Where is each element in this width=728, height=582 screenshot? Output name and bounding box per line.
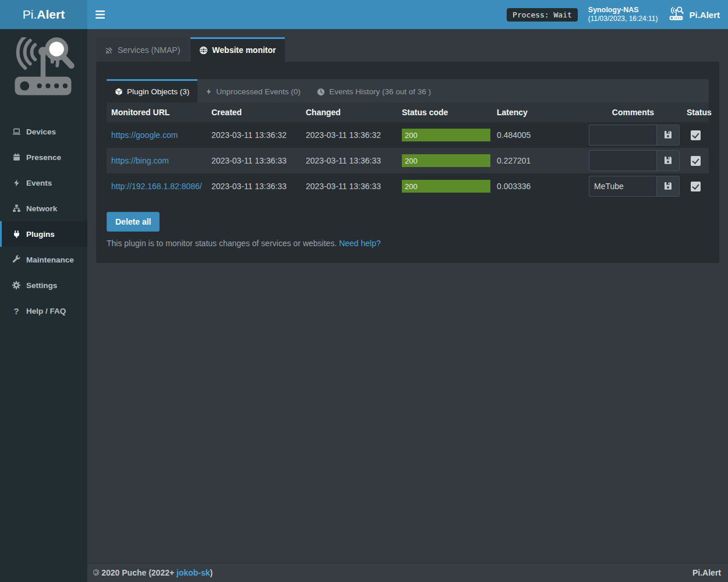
sidebar: Devices Presence Events Network Plugins bbox=[0, 29, 87, 582]
sidebar-item-label: Plugins bbox=[26, 230, 55, 239]
router-scan-icon bbox=[668, 6, 684, 23]
monitored-urls-table: Monitored URL Created Changed Status cod… bbox=[107, 102, 709, 199]
footer-app-label: Pi.Alert bbox=[692, 568, 721, 577]
save-comment-button[interactable] bbox=[656, 125, 680, 146]
navbar-right: Process: Wait Synology-NAS (11/03/2023, … bbox=[507, 0, 728, 29]
monitored-url-link[interactable]: https://bing.com bbox=[111, 156, 169, 165]
delete-all-button[interactable]: Delete all bbox=[107, 212, 160, 232]
header-status: Status bbox=[682, 102, 709, 122]
save-icon bbox=[663, 181, 673, 192]
tab-events-history[interactable]: Events History (36 out of 36 ) bbox=[309, 79, 439, 102]
comment-input-group bbox=[589, 150, 680, 171]
header-changed: Changed bbox=[301, 102, 397, 122]
tab-services-nmap[interactable]: Services (NMAP) bbox=[96, 37, 189, 62]
host-timestamp: (11/03/2023, 16:24:11) bbox=[588, 15, 658, 24]
sidebar-item-plugins[interactable]: Plugins bbox=[0, 221, 87, 247]
status-code-bar: 200 bbox=[402, 154, 490, 167]
sidebar-item-label: Network bbox=[26, 204, 57, 213]
header-latency: Latency bbox=[492, 102, 584, 122]
created-cell: 2023-03-11 13:36:33 bbox=[207, 173, 301, 199]
comment-input[interactable] bbox=[589, 125, 656, 146]
tab-plugin-objects[interactable]: Plugin Objects (3) bbox=[107, 79, 197, 102]
sidebar-item-label: Settings bbox=[26, 281, 57, 290]
globe-icon bbox=[199, 46, 208, 55]
sidebar-item-label: Devices bbox=[26, 127, 56, 136]
created-cell: 2023-03-11 13:36:32 bbox=[207, 122, 301, 148]
tab-label: Website monitor bbox=[212, 45, 275, 55]
jokob-sk-link[interactable]: jokob-sk bbox=[176, 568, 210, 577]
latency-cell: 0.227201 bbox=[492, 148, 584, 173]
comment-input[interactable] bbox=[589, 176, 656, 197]
table-row: https://google.com 2023-03-11 13:36:32 2… bbox=[107, 122, 709, 148]
host-name: Synology-NAS bbox=[588, 5, 658, 15]
monitored-url-link[interactable]: https://google.com bbox=[111, 130, 178, 140]
footer-text-close: ) bbox=[210, 568, 213, 577]
cube-icon bbox=[115, 87, 123, 96]
sidebar-item-label: Presence bbox=[26, 153, 61, 162]
description-text: This plugin is to monitor status changes… bbox=[107, 239, 339, 248]
host-info: Synology-NAS (11/03/2023, 16:24:11) bbox=[588, 5, 658, 24]
header-comments: Comments bbox=[584, 102, 682, 122]
changed-cell: 2023-03-11 13:36:33 bbox=[301, 148, 397, 173]
sidebar-brand[interactable]: Pi.Alert bbox=[0, 0, 87, 29]
status-code-bar: 200 bbox=[402, 129, 490, 141]
save-comment-button[interactable] bbox=[656, 176, 680, 197]
comment-input-group bbox=[589, 176, 680, 197]
sidebar-item-network[interactable]: Network bbox=[0, 196, 87, 221]
footer: © 2020 Puche (2022+ jokob-sk) Pi.Alert bbox=[87, 563, 728, 582]
satellite-icon bbox=[105, 46, 114, 55]
sitemap-icon bbox=[10, 204, 22, 213]
plugin-tabs: Services (NMAP) Website monitor bbox=[96, 37, 719, 62]
save-comment-button[interactable] bbox=[656, 150, 680, 171]
brand-prefix: Pi. bbox=[23, 8, 37, 22]
sidebar-item-events[interactable]: Events bbox=[0, 170, 87, 196]
tab-label: Plugin Objects (3) bbox=[127, 87, 189, 96]
table-header-row: Monitored URL Created Changed Status cod… bbox=[107, 102, 709, 122]
plug-icon bbox=[10, 229, 22, 239]
navbar-app-link[interactable]: Pi.Alert bbox=[668, 6, 720, 23]
table-row: https://bing.com 2023-03-11 13:36:33 202… bbox=[107, 148, 709, 173]
save-icon bbox=[663, 155, 673, 166]
laptop-icon bbox=[10, 127, 22, 136]
question-icon: ? bbox=[10, 306, 22, 316]
bolt-icon bbox=[206, 87, 212, 96]
comment-input[interactable] bbox=[589, 150, 656, 171]
header-monitored-url: Monitored URL bbox=[107, 102, 207, 122]
plugin-description: This plugin is to monitor status changes… bbox=[107, 239, 709, 248]
tab-label: Unprocessed Events (0) bbox=[216, 87, 301, 96]
need-help-link[interactable]: Need help? bbox=[339, 239, 381, 248]
latency-cell: 0.003336 bbox=[492, 173, 584, 199]
sidebar-toggle-button[interactable] bbox=[87, 0, 113, 29]
save-icon bbox=[663, 130, 673, 141]
content-wrapper: Plugins ? Services (NMAP) Website monito… bbox=[87, 0, 728, 534]
navbar-app-label: Pi.Alert bbox=[689, 10, 720, 20]
footer-copyright: © 2020 Puche (2022+ jokob-sk) bbox=[93, 568, 213, 577]
footer-text: 2020 Puche (2022+ bbox=[99, 568, 176, 577]
latency-cell: 0.484005 bbox=[492, 122, 584, 148]
header-created: Created bbox=[207, 102, 301, 122]
sidebar-item-presence[interactable]: Presence bbox=[0, 144, 87, 170]
sidebar-item-settings[interactable]: Settings bbox=[0, 272, 87, 298]
status-checkbox[interactable] bbox=[691, 182, 701, 191]
copyleft-symbol: © bbox=[93, 568, 99, 577]
sidebar-item-label: Maintenance bbox=[26, 255, 74, 264]
status-checkbox[interactable] bbox=[691, 130, 701, 140]
hamburger-icon bbox=[96, 10, 105, 19]
monitored-url-link[interactable]: http://192.168.1.82:8086/ bbox=[111, 182, 202, 191]
tab-label: Services (NMAP) bbox=[118, 45, 180, 55]
bolt-icon bbox=[10, 178, 22, 188]
tab-website-monitor[interactable]: Website monitor bbox=[190, 37, 284, 62]
sidebar-item-devices[interactable]: Devices bbox=[0, 119, 87, 144]
sidebar-item-help[interactable]: ? Help / FAQ bbox=[0, 298, 87, 324]
object-tabs: Plugin Objects (3) Unprocessed Events (0… bbox=[107, 79, 709, 102]
sidebar-item-maintenance[interactable]: Maintenance bbox=[0, 247, 87, 272]
status-checkbox[interactable] bbox=[691, 156, 701, 166]
changed-cell: 2023-03-11 13:36:33 bbox=[301, 173, 397, 199]
sidebar-menu: Devices Presence Events Network Plugins bbox=[0, 119, 87, 324]
tab-unprocessed-events[interactable]: Unprocessed Events (0) bbox=[197, 79, 309, 102]
clock-icon bbox=[317, 88, 325, 96]
tab-label: Events History (36 out of 36 ) bbox=[329, 87, 431, 96]
sidebar-item-label: Events bbox=[26, 179, 52, 187]
calendar-icon bbox=[10, 152, 22, 162]
created-cell: 2023-03-11 13:36:33 bbox=[207, 148, 301, 173]
